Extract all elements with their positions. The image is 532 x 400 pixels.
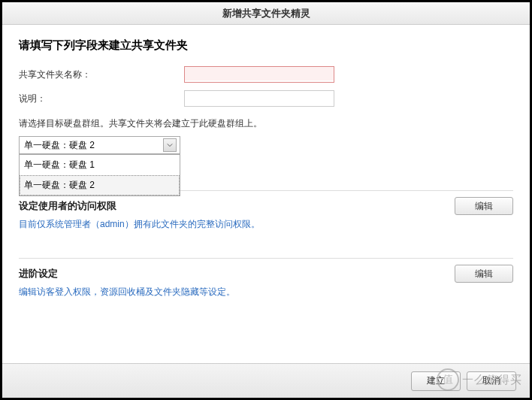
content-area: 请填写下列字段来建立共享文件夹 共享文件夹名称： 说明： 请选择目标硬盘群组。共…: [2, 25, 530, 298]
advanced-section-desc: 编辑访客登入权限，资源回收桶及文件夹隐藏等设定。: [19, 286, 513, 298]
disk-option-2[interactable]: 单一硬盘：硬盘 2: [20, 175, 180, 195]
advanced-section-head: 进阶设定 编辑: [19, 265, 513, 283]
description-label: 说明：: [19, 92, 184, 105]
window: 新增共享文件夹精灵 请填写下列字段来建立共享文件夹 共享文件夹名称： 说明： 请…: [0, 0, 532, 400]
folder-name-row: 共享文件夹名称：: [19, 66, 513, 83]
create-button[interactable]: 建立: [411, 371, 461, 391]
cancel-button[interactable]: 取消: [467, 371, 516, 391]
bottombar: 建立 取消: [2, 363, 530, 398]
disk-instruction: 请选择目标硬盘群组。共享文件夹将会建立于此硬盘群组上。: [19, 117, 513, 130]
disk-select[interactable]: 单一硬盘：硬盘 2: [19, 136, 180, 154]
folder-name-label: 共享文件夹名称：: [19, 68, 184, 81]
description-row: 说明：: [19, 90, 513, 107]
advanced-section-title: 进阶设定: [19, 267, 58, 280]
page-heading: 请填写下列字段来建立共享文件夹: [19, 38, 513, 53]
window-title: 新增共享文件夹精灵: [222, 8, 310, 19]
disk-select-value: 单一硬盘：硬盘 2: [24, 139, 95, 152]
access-edit-button[interactable]: 编辑: [455, 197, 513, 215]
access-section: 设定使用者的访问权限 编辑 目前仅系统管理者（admin）拥有此文件夹的完整访问…: [19, 190, 513, 231]
folder-name-input[interactable]: [184, 66, 334, 83]
access-section-head: 设定使用者的访问权限 编辑: [19, 197, 513, 215]
description-input[interactable]: [184, 90, 334, 107]
disk-option-1[interactable]: 单一硬盘：硬盘 1: [20, 155, 180, 175]
advanced-edit-button[interactable]: 编辑: [455, 265, 513, 283]
titlebar: 新增共享文件夹精灵: [2, 2, 530, 25]
chevron-down-icon: [163, 138, 177, 152]
disk-select-wrap: 单一硬盘：硬盘 2 单一硬盘：硬盘 1 单一硬盘：硬盘 2: [19, 136, 180, 154]
disk-dropdown: 单一硬盘：硬盘 1 单一硬盘：硬盘 2: [19, 154, 180, 196]
access-section-title: 设定使用者的访问权限: [19, 199, 116, 213]
advanced-section: 进阶设定 编辑 编辑访客登入权限，资源回收桶及文件夹隐藏等设定。: [19, 258, 513, 298]
access-section-desc: 目前仅系统管理者（admin）拥有此文件夹的完整访问权限。: [19, 218, 513, 231]
